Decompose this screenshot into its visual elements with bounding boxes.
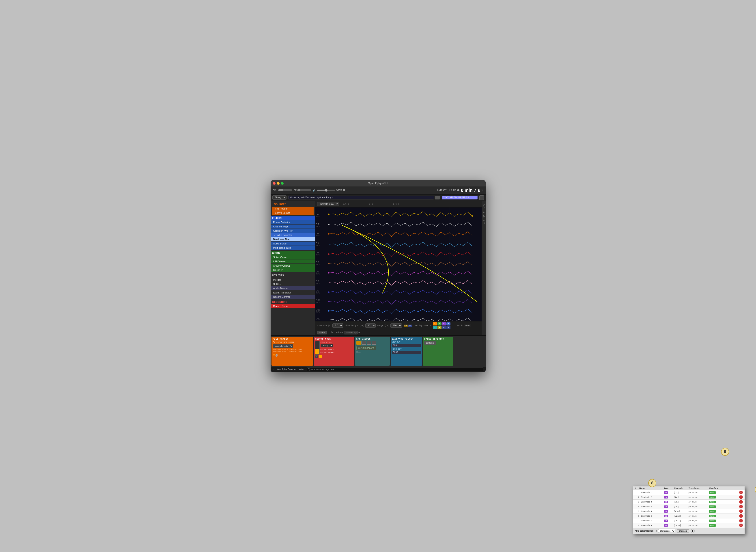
record-path: /Users/ ... xyxy=(321,341,338,343)
info-tab[interactable]: Info xyxy=(482,203,485,210)
event-btn-8[interactable]: 8 xyxy=(446,326,450,329)
lfp-view-4-btn[interactable] xyxy=(372,341,376,345)
sidebar-item-common-avg-ref[interactable]: Common Avg Ref xyxy=(271,229,315,233)
ch11-waveform xyxy=(329,309,472,314)
bandpass-module: BANDPASS FILTER LOW_CUT 300 HIGH_CUT 600… xyxy=(391,337,422,366)
lfp-view-1-btn[interactable] xyxy=(356,341,361,345)
df-monitor: DF xyxy=(294,189,311,191)
down-arrow-icon[interactable] xyxy=(275,356,278,357)
record-format-dropdown[interactable]: Binary xyxy=(321,343,333,348)
color-scheme-dropdown[interactable]: Classic xyxy=(344,331,357,334)
event-row-1: 1 3 5 7 xyxy=(433,322,450,325)
ch12-waveform xyxy=(329,318,472,321)
file-reader-title: FILE READER xyxy=(273,338,312,340)
event-btn-3[interactable]: 3 xyxy=(437,322,441,325)
sidebar-item-event-translator[interactable]: Event Translator xyxy=(271,291,315,295)
data-source-dropdown[interactable]: example_data xyxy=(317,202,339,206)
record-prev-btn[interactable]: ◀ xyxy=(315,355,318,359)
sidebar-item-bandpass-filter[interactable]: Bandpass Filter xyxy=(271,237,315,241)
range-dropdown[interactable]: 250 xyxy=(391,323,402,328)
gate-slider-thumb[interactable] xyxy=(325,189,327,191)
main-toolbar: CPU DF 🔊 GATE LATENCY: 23 MS 0 min 7 s ▽ xyxy=(271,186,485,194)
menu-arrow-icon[interactable]: ▽ xyxy=(481,188,483,192)
sidebar-item-multiband[interactable]: Multi-Band Integ xyxy=(271,246,315,250)
lfp-viewer-module: LFP VIEWER SYNC DISPLAYS Chan xyxy=(355,337,390,366)
sinks-section: SINKS Spike Viewer LFP Viewer Arduino Ou… xyxy=(271,251,315,273)
event-btn-7[interactable]: 7 xyxy=(446,322,450,325)
ch12-label: CH12 xyxy=(316,318,320,320)
spike-detector-content: configure xyxy=(424,341,452,345)
ch4-data-label: DATA xyxy=(316,245,320,247)
event-btn-5[interactable]: 5 xyxy=(442,322,446,325)
date-format-input[interactable] xyxy=(442,196,477,199)
sidebar-item-record-node[interactable]: Record Node xyxy=(271,304,315,308)
sidebar-item-spike-detector[interactable]: > Spike Detector xyxy=(271,233,315,237)
file-path-input[interactable] xyxy=(288,196,434,199)
sidebar-item-spike-viewer[interactable]: Spike Viewer xyxy=(271,255,315,259)
event-btn-2[interactable]: 2 xyxy=(433,326,437,329)
event-btn-4[interactable]: 4 xyxy=(437,326,441,329)
bandpass-content: LOW_CUT 300 HIGH_CUT 6000 xyxy=(392,341,421,354)
sidebar-item-spike-sorter[interactable]: Spike Sorter xyxy=(271,242,315,246)
event-btn-1[interactable]: 1 xyxy=(433,322,437,325)
sidebar-item-arduino-output[interactable]: Arduino Output xyxy=(271,264,315,268)
ch5-waveform xyxy=(329,252,472,257)
lfp-view-3-btn[interactable] xyxy=(367,341,371,345)
ch11-dot xyxy=(328,310,329,312)
chan-height-dropdown[interactable]: 40 xyxy=(365,323,375,328)
event-btn-6[interactable]: 6 xyxy=(442,326,446,329)
high-cut-value[interactable]: 6000 xyxy=(392,351,421,354)
sidebar-item-channel-map[interactable]: Channel Map xyxy=(271,225,315,229)
sidebar: SOURCES File Reader Ephys Socket FILTERS… xyxy=(271,201,315,335)
ch2-waveform xyxy=(329,222,472,227)
color-scheme-control: Color scheme Classic ◀ xyxy=(329,331,360,334)
close-button[interactable] xyxy=(273,182,276,185)
chan-label-lfp: Chan xyxy=(356,351,389,353)
gate-indicator xyxy=(343,189,345,191)
maximize-button[interactable] xyxy=(281,182,284,185)
ch9-waveform xyxy=(329,290,472,295)
aux-button[interactable]: AUX xyxy=(404,324,408,327)
gate-label: GATE xyxy=(336,189,342,191)
adc-button[interactable]: ADC xyxy=(408,324,412,327)
graph-tab[interactable]: Graph xyxy=(482,211,485,219)
ch8-label: CH8 xyxy=(316,280,319,282)
ch2-dot xyxy=(328,224,329,225)
chan-height-label: Chan height (px) xyxy=(345,324,364,327)
spike-detector-module: SPIKE DETECTOR configure xyxy=(423,337,453,366)
message-input[interactable] xyxy=(308,368,482,371)
configure-button[interactable]: configure xyxy=(424,341,436,345)
status-arrow-icon: ▷ xyxy=(273,368,275,371)
sidebar-item-file-reader[interactable]: File Reader xyxy=(273,206,314,211)
file-data-dropdown[interactable]: example_data xyxy=(273,344,293,348)
sidebar-item-online-psth[interactable]: Online PSTH xyxy=(271,268,315,272)
cpu-monitor: CPU xyxy=(273,189,292,191)
sidebar-item-audio-monitor[interactable]: Audio Monitor xyxy=(271,286,315,290)
ch6-label: CH6 xyxy=(316,261,319,263)
sidebar-item-merger[interactable]: Merger xyxy=(271,278,315,282)
pause-button[interactable]: Pause xyxy=(317,331,327,334)
browse-button[interactable]: ... xyxy=(435,196,440,199)
lfp-tab[interactable]: LFP xyxy=(482,220,485,225)
minimize-button[interactable] xyxy=(277,182,280,185)
lfp-view-2-btn[interactable] xyxy=(361,341,366,345)
sync-displays-button[interactable]: SYNC DISPLAYS xyxy=(356,346,376,350)
ch3-waveform xyxy=(329,232,472,237)
low-cut-value[interactable]: 300 xyxy=(392,344,421,347)
ch5-dot xyxy=(328,253,329,255)
sidebar-item-lfp-viewer[interactable]: LFP Viewer xyxy=(271,259,315,263)
divider xyxy=(341,202,341,206)
up-arrow-icon[interactable] xyxy=(275,354,278,355)
record-square-button[interactable] xyxy=(479,195,484,200)
sidebar-item-splitter[interactable]: Splitter xyxy=(271,282,315,286)
window-title: Open Ephys GUI xyxy=(368,182,388,185)
sources-section: SOURCES File Reader Ephys Socket xyxy=(271,201,315,216)
format-dropdown[interactable]: Binary xyxy=(273,195,287,200)
record-node-module: RECORD NODE /Users/ ... Binary RECORD EV… xyxy=(314,337,354,366)
color-scheme-arrow[interactable]: ◀ xyxy=(358,331,360,334)
signal-toolbar: example_data 0.5 s 1 s 1.5 s xyxy=(315,201,481,208)
sidebar-item-record-control[interactable]: Record Control xyxy=(271,295,315,299)
sidebar-item-phase-detector[interactable]: Phase Detector xyxy=(271,220,315,224)
timebase-dropdown[interactable]: 2.0 xyxy=(332,323,343,328)
sidebar-item-ephys-socket[interactable]: Ephys Socket xyxy=(273,211,314,215)
